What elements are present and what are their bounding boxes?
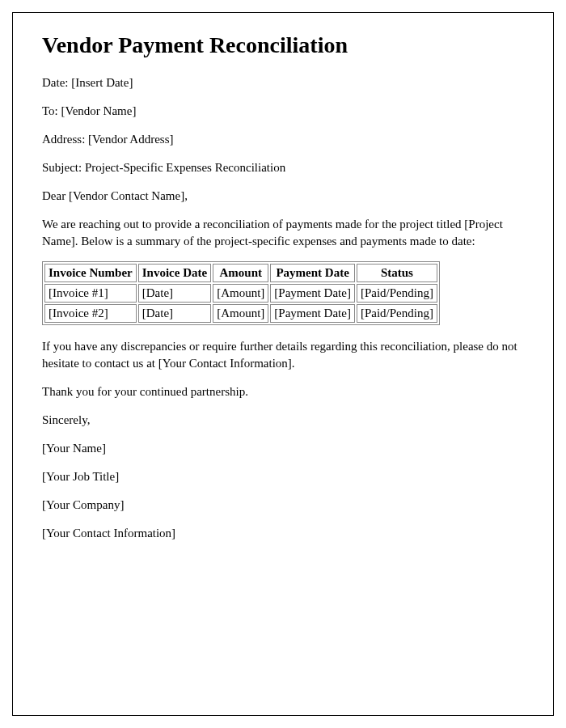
col-invoice-number: Invoice Number bbox=[44, 264, 137, 282]
reconciliation-table: Invoice Number Invoice Date Amount Payme… bbox=[42, 261, 440, 325]
to-line: To: [Vendor Name] bbox=[42, 103, 524, 120]
signature-job-title: [Your Job Title] bbox=[42, 468, 524, 485]
col-status: Status bbox=[357, 264, 437, 282]
page-title: Vendor Payment Reconciliation bbox=[42, 32, 524, 58]
document-container: Vendor Payment Reconciliation Date: [Ins… bbox=[12, 12, 554, 716]
cell-invoice-date: [Date] bbox=[138, 304, 211, 323]
to-label: To: bbox=[42, 104, 61, 117]
table-header-row: Invoice Number Invoice Date Amount Payme… bbox=[44, 264, 437, 282]
to-value: [Vendor Name] bbox=[61, 104, 137, 117]
date-line: Date: [Insert Date] bbox=[42, 74, 524, 91]
address-label: Address: bbox=[42, 133, 88, 146]
closing-note: If you have any discrepancies or require… bbox=[42, 338, 524, 372]
subject-label: Subject: bbox=[42, 161, 85, 174]
cell-amount: [Amount] bbox=[213, 304, 268, 323]
cell-status: [Paid/Pending] bbox=[357, 304, 437, 323]
table-row: [Invoice #2] [Date] [Amount] [Payment Da… bbox=[44, 304, 437, 323]
salutation: Dear [Vendor Contact Name], bbox=[42, 188, 524, 205]
table-row: [Invoice #1] [Date] [Amount] [Payment Da… bbox=[44, 284, 437, 303]
cell-payment-date: [Payment Date] bbox=[270, 304, 355, 323]
cell-invoice-number: [Invoice #1] bbox=[44, 284, 137, 303]
col-payment-date: Payment Date bbox=[270, 264, 355, 282]
intro-paragraph: We are reaching out to provide a reconci… bbox=[42, 216, 524, 250]
col-invoice-date: Invoice Date bbox=[138, 264, 211, 282]
cell-invoice-number: [Invoice #2] bbox=[44, 304, 137, 323]
date-value: [Insert Date] bbox=[71, 76, 133, 89]
date-label: Date: bbox=[42, 76, 71, 89]
address-line: Address: [Vendor Address] bbox=[42, 131, 524, 148]
closing-thanks: Thank you for your continued partnership… bbox=[42, 383, 524, 400]
signature-name: [Your Name] bbox=[42, 440, 524, 457]
signature-contact: [Your Contact Information] bbox=[42, 525, 524, 542]
cell-amount: [Amount] bbox=[213, 284, 268, 303]
cell-payment-date: [Payment Date] bbox=[270, 284, 355, 303]
closing-signoff: Sincerely, bbox=[42, 412, 524, 429]
signature-company: [Your Company] bbox=[42, 497, 524, 514]
cell-status: [Paid/Pending] bbox=[357, 284, 437, 303]
address-value: [Vendor Address] bbox=[88, 133, 173, 146]
cell-invoice-date: [Date] bbox=[138, 284, 211, 303]
subject-line: Subject: Project-Specific Expenses Recon… bbox=[42, 159, 524, 176]
subject-value: Project-Specific Expenses Reconciliation bbox=[85, 161, 285, 174]
col-amount: Amount bbox=[213, 264, 268, 282]
